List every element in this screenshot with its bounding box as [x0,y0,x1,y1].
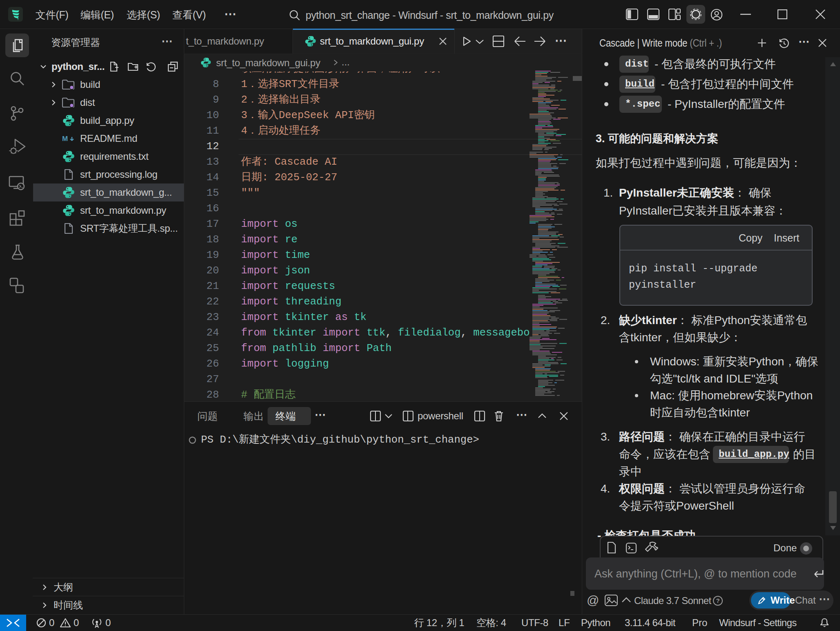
svg-text:?: ? [716,597,720,604]
svg-text:M: M [62,135,68,143]
